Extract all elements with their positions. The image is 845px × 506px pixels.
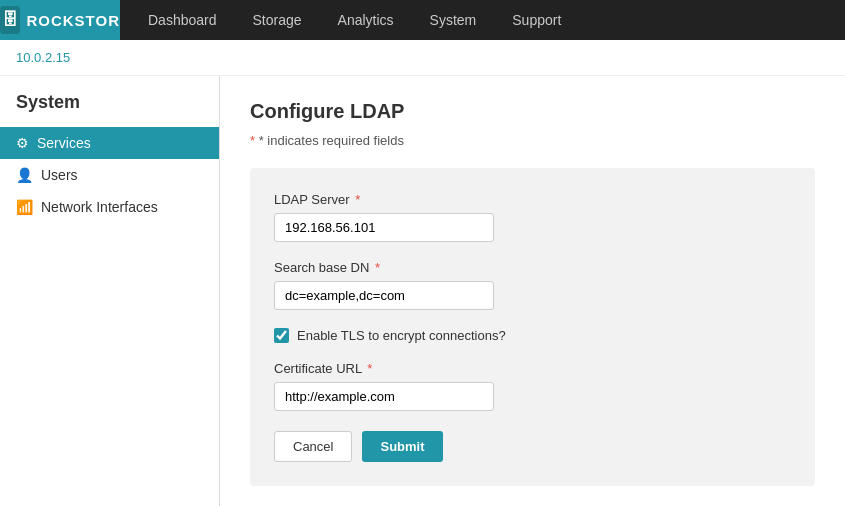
breadcrumb[interactable]: 10.0.2.15	[0, 40, 845, 76]
sidebar-item-services[interactable]: ⚙ Services	[0, 127, 219, 159]
form-area: LDAP Server * Search base DN * Enable TL…	[250, 168, 815, 486]
search-base-dn-input[interactable]	[274, 281, 494, 310]
sidebar-services-label: Services	[37, 135, 91, 151]
sidebar-item-network-interfaces[interactable]: 📶 Network Interfaces	[0, 191, 219, 223]
main-content: Configure LDAP * * indicates required fi…	[220, 76, 845, 506]
ldap-server-label: LDAP Server *	[274, 192, 791, 207]
sidebar-item-users[interactable]: 👤 Users	[0, 159, 219, 191]
nav-analytics[interactable]: Analytics	[320, 0, 412, 40]
users-icon: 👤	[16, 167, 33, 183]
required-asterisk: *	[250, 133, 255, 148]
cert-url-required: *	[367, 361, 372, 376]
nav-storage[interactable]: Storage	[235, 0, 320, 40]
logo-icon: 🗄	[0, 6, 20, 34]
logo-text: ROCKSTOR	[26, 12, 120, 29]
cancel-button[interactable]: Cancel	[274, 431, 352, 462]
nav-bar: Dashboard Storage Analytics System Suppo…	[130, 0, 579, 40]
cert-url-input[interactable]	[274, 382, 494, 411]
required-note: * * indicates required fields	[250, 133, 815, 148]
services-icon: ⚙	[16, 135, 29, 151]
cert-url-label: Certificate URL *	[274, 361, 791, 376]
main-layout: System ⚙ Services 👤 Users 📶 Network Inte…	[0, 76, 845, 506]
page-title: Configure LDAP	[250, 100, 815, 123]
sidebar-title: System	[0, 92, 219, 127]
search-base-dn-label: Search base DN *	[274, 260, 791, 275]
sidebar: System ⚙ Services 👤 Users 📶 Network Inte…	[0, 76, 220, 506]
tls-label: Enable TLS to encrypt connections?	[297, 328, 506, 343]
search-base-dn-group: Search base DN *	[274, 260, 791, 310]
sidebar-users-label: Users	[41, 167, 78, 183]
tls-checkbox[interactable]	[274, 328, 289, 343]
nav-dashboard[interactable]: Dashboard	[130, 0, 235, 40]
nav-support[interactable]: Support	[494, 0, 579, 40]
sidebar-network-label: Network Interfaces	[41, 199, 158, 215]
nav-system[interactable]: System	[412, 0, 495, 40]
network-icon: 📶	[16, 199, 33, 215]
search-base-dn-required: *	[375, 260, 380, 275]
top-navigation: 🗄 ROCKSTOR Dashboard Storage Analytics S…	[0, 0, 845, 40]
logo[interactable]: 🗄 ROCKSTOR	[0, 0, 120, 40]
cert-url-group: Certificate URL *	[274, 361, 791, 411]
submit-button[interactable]: Submit	[362, 431, 442, 462]
ldap-server-input[interactable]	[274, 213, 494, 242]
form-actions: Cancel Submit	[274, 431, 791, 462]
ldap-server-required: *	[355, 192, 360, 207]
tls-checkbox-group: Enable TLS to encrypt connections?	[274, 328, 791, 343]
ldap-server-group: LDAP Server *	[274, 192, 791, 242]
